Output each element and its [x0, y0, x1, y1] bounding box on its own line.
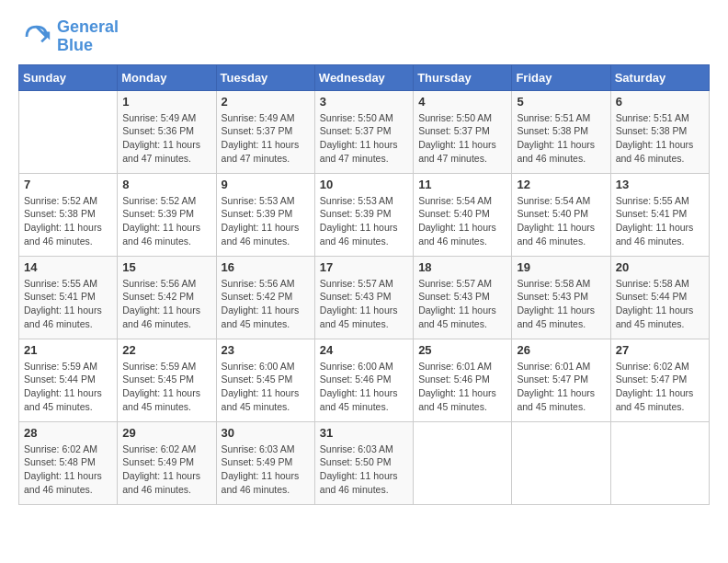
day-number: 13 — [616, 178, 704, 191]
weekday-header-friday: Friday — [512, 64, 610, 90]
calendar-week-row: 1Sunrise: 5:49 AM Sunset: 5:36 PM Daylig… — [19, 90, 710, 173]
day-info: Sunrise: 5:58 AM Sunset: 5:43 PM Dayligh… — [517, 277, 605, 331]
calendar-cell: 20Sunrise: 5:58 AM Sunset: 5:44 PM Dayli… — [610, 256, 709, 339]
weekday-header-tuesday: Tuesday — [216, 64, 314, 90]
calendar-cell: 15Sunrise: 5:56 AM Sunset: 5:42 PM Dayli… — [118, 256, 216, 339]
day-number: 28 — [24, 426, 112, 440]
calendar-cell: 8Sunrise: 5:52 AM Sunset: 5:39 PM Daylig… — [118, 173, 216, 256]
calendar-cell: 9Sunrise: 5:53 AM Sunset: 5:39 PM Daylig… — [216, 173, 314, 256]
logo-text: General Blue — [57, 18, 119, 55]
day-number: 18 — [418, 260, 506, 274]
day-number: 15 — [122, 260, 210, 274]
day-info: Sunrise: 5:52 AM Sunset: 5:38 PM Dayligh… — [24, 194, 112, 248]
day-info: Sunrise: 6:02 AM Sunset: 5:49 PM Dayligh… — [122, 442, 210, 497]
weekday-header-thursday: Thursday — [414, 64, 512, 90]
calendar-cell: 4Sunrise: 5:50 AM Sunset: 5:37 PM Daylig… — [414, 90, 512, 173]
day-info: Sunrise: 5:51 AM Sunset: 5:38 PM Dayligh… — [616, 111, 704, 166]
calendar-cell: 3Sunrise: 5:50 AM Sunset: 5:37 PM Daylig… — [314, 90, 413, 173]
weekday-header-wednesday: Wednesday — [314, 64, 413, 90]
calendar-week-row: 28Sunrise: 6:02 AM Sunset: 5:48 PM Dayli… — [19, 421, 710, 504]
day-info: Sunrise: 5:56 AM Sunset: 5:42 PM Dayligh… — [222, 277, 310, 331]
day-number: 5 — [517, 95, 605, 109]
day-number: 24 — [320, 343, 408, 357]
calendar-cell: 31Sunrise: 6:03 AM Sunset: 5:50 PM Dayli… — [314, 421, 413, 504]
calendar-cell — [414, 421, 512, 504]
calendar-cell: 22Sunrise: 5:59 AM Sunset: 5:45 PM Dayli… — [118, 339, 216, 421]
calendar-cell: 11Sunrise: 5:54 AM Sunset: 5:40 PM Dayli… — [414, 173, 512, 256]
day-number: 26 — [517, 343, 605, 357]
day-info: Sunrise: 5:59 AM Sunset: 5:44 PM Dayligh… — [24, 360, 112, 414]
calendar-cell: 30Sunrise: 6:03 AM Sunset: 5:49 PM Dayli… — [216, 421, 314, 504]
day-number: 10 — [320, 178, 408, 191]
calendar-cell: 2Sunrise: 5:49 AM Sunset: 5:37 PM Daylig… — [216, 90, 314, 173]
day-info: Sunrise: 6:02 AM Sunset: 5:47 PM Dayligh… — [616, 360, 704, 414]
logo: General Blue — [18, 18, 119, 55]
calendar-cell — [19, 90, 118, 173]
calendar-cell: 16Sunrise: 5:56 AM Sunset: 5:42 PM Dayli… — [216, 256, 314, 339]
calendar-cell: 17Sunrise: 5:57 AM Sunset: 5:43 PM Dayli… — [314, 256, 413, 339]
weekday-header-sunday: Sunday — [19, 64, 118, 90]
day-info: Sunrise: 5:59 AM Sunset: 5:45 PM Dayligh… — [122, 360, 210, 414]
day-number: 22 — [122, 343, 210, 357]
calendar-table: SundayMondayTuesdayWednesdayThursdayFrid… — [18, 64, 710, 505]
day-info: Sunrise: 6:00 AM Sunset: 5:45 PM Dayligh… — [222, 360, 310, 414]
day-number: 14 — [24, 260, 112, 274]
calendar-cell: 19Sunrise: 5:58 AM Sunset: 5:43 PM Dayli… — [512, 256, 610, 339]
calendar-week-row: 14Sunrise: 5:55 AM Sunset: 5:41 PM Dayli… — [19, 256, 710, 339]
day-number: 31 — [320, 426, 408, 440]
calendar-cell: 25Sunrise: 6:01 AM Sunset: 5:46 PM Dayli… — [414, 339, 512, 421]
day-info: Sunrise: 5:50 AM Sunset: 5:37 PM Dayligh… — [418, 111, 506, 166]
day-number: 11 — [418, 178, 506, 191]
day-info: Sunrise: 5:54 AM Sunset: 5:40 PM Dayligh… — [517, 194, 605, 248]
day-number: 9 — [222, 178, 310, 191]
day-number: 29 — [122, 426, 210, 440]
calendar-cell: 18Sunrise: 5:57 AM Sunset: 5:43 PM Dayli… — [414, 256, 512, 339]
day-number: 3 — [320, 95, 408, 109]
day-number: 21 — [24, 343, 112, 357]
day-number: 25 — [418, 343, 506, 357]
calendar-cell: 24Sunrise: 6:00 AM Sunset: 5:46 PM Dayli… — [314, 339, 413, 421]
calendar-cell — [512, 421, 610, 504]
day-info: Sunrise: 5:55 AM Sunset: 5:41 PM Dayligh… — [24, 277, 112, 331]
calendar-cell — [610, 421, 709, 504]
calendar-cell: 12Sunrise: 5:54 AM Sunset: 5:40 PM Dayli… — [512, 173, 610, 256]
weekday-header-monday: Monday — [118, 64, 216, 90]
calendar-cell: 26Sunrise: 6:01 AM Sunset: 5:47 PM Dayli… — [512, 339, 610, 421]
day-info: Sunrise: 5:52 AM Sunset: 5:39 PM Dayligh… — [122, 194, 210, 248]
calendar-cell: 21Sunrise: 5:59 AM Sunset: 5:44 PM Dayli… — [19, 339, 118, 421]
day-info: Sunrise: 5:49 AM Sunset: 5:36 PM Dayligh… — [122, 111, 210, 166]
calendar-cell: 10Sunrise: 5:53 AM Sunset: 5:39 PM Dayli… — [314, 173, 413, 256]
page-header: General Blue — [18, 18, 710, 55]
day-info: Sunrise: 6:03 AM Sunset: 5:50 PM Dayligh… — [320, 442, 408, 497]
calendar-cell: 28Sunrise: 6:02 AM Sunset: 5:48 PM Dayli… — [19, 421, 118, 504]
day-info: Sunrise: 5:57 AM Sunset: 5:43 PM Dayligh… — [418, 277, 506, 331]
day-info: Sunrise: 5:51 AM Sunset: 5:38 PM Dayligh… — [517, 111, 605, 166]
day-number: 7 — [24, 178, 112, 191]
day-number: 16 — [222, 260, 310, 274]
day-number: 4 — [418, 95, 506, 109]
calendar-week-row: 7Sunrise: 5:52 AM Sunset: 5:38 PM Daylig… — [19, 173, 710, 256]
weekday-header-saturday: Saturday — [610, 64, 709, 90]
calendar-cell: 23Sunrise: 6:00 AM Sunset: 5:45 PM Dayli… — [216, 339, 314, 421]
calendar-week-row: 21Sunrise: 5:59 AM Sunset: 5:44 PM Dayli… — [19, 339, 710, 421]
day-info: Sunrise: 5:58 AM Sunset: 5:44 PM Dayligh… — [616, 277, 704, 331]
day-info: Sunrise: 6:01 AM Sunset: 5:47 PM Dayligh… — [517, 360, 605, 414]
day-number: 20 — [616, 260, 704, 274]
day-info: Sunrise: 6:01 AM Sunset: 5:46 PM Dayligh… — [418, 360, 506, 414]
day-number: 2 — [222, 95, 310, 109]
day-info: Sunrise: 5:50 AM Sunset: 5:37 PM Dayligh… — [320, 111, 408, 166]
day-info: Sunrise: 5:54 AM Sunset: 5:40 PM Dayligh… — [418, 194, 506, 248]
day-info: Sunrise: 6:02 AM Sunset: 5:48 PM Dayligh… — [24, 442, 112, 497]
calendar-cell: 7Sunrise: 5:52 AM Sunset: 5:38 PM Daylig… — [19, 173, 118, 256]
day-number: 12 — [517, 178, 605, 191]
day-number: 17 — [320, 260, 408, 274]
day-number: 8 — [122, 178, 210, 191]
day-info: Sunrise: 6:03 AM Sunset: 5:49 PM Dayligh… — [222, 442, 310, 497]
day-number: 19 — [517, 260, 605, 274]
day-number: 27 — [616, 343, 704, 357]
calendar-cell: 14Sunrise: 5:55 AM Sunset: 5:41 PM Dayli… — [19, 256, 118, 339]
day-info: Sunrise: 6:00 AM Sunset: 5:46 PM Dayligh… — [320, 360, 408, 414]
day-info: Sunrise: 5:49 AM Sunset: 5:37 PM Dayligh… — [222, 111, 310, 166]
day-info: Sunrise: 5:56 AM Sunset: 5:42 PM Dayligh… — [122, 277, 210, 331]
day-info: Sunrise: 5:55 AM Sunset: 5:41 PM Dayligh… — [616, 194, 704, 248]
